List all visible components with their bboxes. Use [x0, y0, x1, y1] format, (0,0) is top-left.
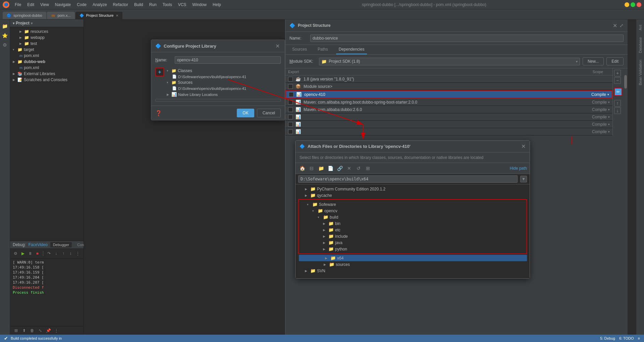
tree-item-test[interactable]: ▶ 📁 test	[10, 41, 84, 47]
debug-stop-btn[interactable]: ■	[35, 250, 41, 257]
deps-row-module[interactable]: 📦 Module source>	[285, 83, 612, 90]
dialog-scrollbar[interactable]	[155, 99, 281, 102]
attach-tree-sofeware[interactable]: ▾ 📁 Sofeware	[300, 201, 525, 208]
scope-dropdown-icon-opencv[interactable]: ▾	[607, 93, 609, 96]
sidebar-icon-structure[interactable]: ⚙	[1, 41, 9, 49]
menu-view[interactable]: View	[38, 2, 52, 8]
status-6-todo[interactable]: 6: TODO	[619, 336, 634, 340]
debug-more-btn[interactable]: ⋮	[75, 250, 81, 257]
menu-code[interactable]: Code	[74, 2, 89, 8]
attach-path-input[interactable]	[298, 175, 518, 183]
attach-tree-sources[interactable]: ▶ 📁 sources	[298, 261, 527, 268]
menu-edit[interactable]: Edit	[24, 2, 37, 8]
deps-add-button[interactable]: +	[614, 70, 621, 76]
cancel-button[interactable]: Cancel	[257, 109, 281, 117]
status-5-debug[interactable]: 5: Debug	[600, 336, 615, 340]
attach-tree-include[interactable]: ▶ 📁 include	[300, 233, 525, 239]
attach-home-btn[interactable]: 🏠	[298, 164, 306, 172]
lib-tree-sources-file[interactable]: 📄 D:\Sofeware\opencv\build\java\opencv-4…	[167, 86, 281, 91]
tab-paths[interactable]: Paths	[315, 45, 331, 54]
sdk-selector[interactable]: 📁 Project SDK (1.8) ▾	[319, 58, 580, 65]
lib-tree-classes-file[interactable]: 📄 D:\Sofeware\opencv\build\java\opencv-4…	[167, 74, 281, 79]
menu-help[interactable]: Help	[210, 2, 224, 8]
status-layout-icon[interactable]: ≡	[638, 336, 640, 340]
deps-check-opencv[interactable]	[289, 92, 293, 97]
attach-tree-qycache[interactable]: ▶ 📁 qycache	[298, 192, 527, 198]
debug-filter-btn[interactable]: ⊞	[13, 327, 19, 334]
attach-tree-pycharm[interactable]: ▶ 📁 PyCharm Community Edition 2020.1.2	[298, 186, 527, 192]
deps-scrollbar[interactable]	[624, 68, 628, 135]
menu-analyze[interactable]: Analyze	[90, 2, 110, 8]
help-icon[interactable]: ❓	[155, 110, 162, 116]
close-button[interactable]: ✕	[637, 2, 641, 7]
project-dropdown-icon[interactable]: ▾	[31, 21, 33, 25]
menu-build[interactable]: Build	[131, 2, 146, 8]
hide-path-button[interactable]: Hide path	[510, 166, 527, 171]
debug-layout-btn[interactable]: ⤡	[37, 327, 44, 334]
tree-item-dubbo-web[interactable]: ▶ 📁 dubbo-web	[10, 59, 84, 65]
menu-run[interactable]: Run	[147, 2, 159, 8]
right-sidebar-database[interactable]: Database	[637, 35, 644, 56]
menu-vcs[interactable]: VCS	[175, 2, 189, 8]
deps-check-java[interactable]	[288, 77, 293, 81]
attach-new-file-btn[interactable]: 📄	[326, 164, 334, 172]
attach-delete-btn[interactable]: ✕	[345, 164, 353, 172]
tree-item-resources[interactable]: ▶ 📁 resources	[10, 28, 84, 35]
deps-row-maven1[interactable]: 📊 Maven: com.alibaba.spring.boot:dubbo-s…	[285, 99, 612, 106]
attach-path-browse-btn[interactable]: ▼	[520, 176, 527, 182]
deps-row-maven2[interactable]: 📊 Maven: com.alibaba:dubbo:2.6.0 Compile…	[285, 106, 612, 113]
debug-settings-btn[interactable]: ⚙	[13, 250, 19, 257]
attach-copy-btn[interactable]: ⊞	[364, 164, 372, 172]
maximize-button[interactable]: □	[631, 2, 635, 7]
debug-clear-btn[interactable]: 🗑	[29, 327, 36, 334]
lib-tree-native[interactable]: ▶ 📊 Native Library Locations	[167, 91, 281, 98]
attach-tree-x64[interactable]: ▶ 📁 x64	[299, 255, 527, 261]
tree-item-external-libs[interactable]: ▶ 📚 External Libraries	[10, 71, 84, 77]
attach-refresh-btn[interactable]: 🔗	[336, 164, 344, 172]
scope-dropdown-icon-maven1[interactable]: ▾	[608, 101, 610, 104]
menu-file[interactable]: File	[12, 2, 24, 8]
deps-check-maven1[interactable]	[288, 100, 293, 105]
attach-tree-python[interactable]: ▶ 📁 python	[300, 246, 525, 252]
attach-tree-etc[interactable]: ▶ 📁 etc	[300, 227, 525, 233]
deps-check-extra2[interactable]	[288, 122, 293, 127]
module-name-input[interactable]	[310, 35, 624, 42]
deps-row-extra3[interactable]: 📊 Compile ▾	[285, 128, 612, 135]
tree-item-pomxml1[interactable]: m pom.xml	[10, 53, 84, 59]
scope-dropdown-icon-maven2[interactable]: ▾	[608, 108, 610, 111]
sdk-new-button[interactable]: New...	[583, 57, 604, 65]
debug-step-over-btn[interactable]: ↷	[46, 250, 52, 257]
minimize-button[interactable]: —	[625, 2, 629, 7]
debug-resume-btn[interactable]: ▶	[20, 250, 26, 257]
tab-ps-close[interactable]: ✕	[116, 14, 118, 17]
menu-refactor[interactable]: Refactor	[110, 2, 131, 8]
right-sidebar-bean[interactable]: Bean Validation	[637, 57, 644, 88]
deps-check-extra3[interactable]	[288, 129, 293, 134]
attach-tree-bin[interactable]: ▶ 📁 bin	[300, 220, 525, 227]
tree-item-webapp[interactable]: ▶ 📁 webapp	[10, 35, 84, 41]
debug-step-into-btn[interactable]: ↓	[53, 250, 59, 257]
deps-check-maven2[interactable]	[288, 107, 293, 112]
attach-tree-java[interactable]: ▶ 📁 java	[300, 239, 525, 246]
deps-down-button[interactable]: ↓	[614, 107, 621, 114]
ps-close-button[interactable]: ✕	[611, 22, 618, 29]
sidebar-icon-project[interactable]: 📁	[1, 22, 9, 30]
ok-button[interactable]: OK	[237, 109, 254, 117]
debug-step-out-btn[interactable]: ↑	[60, 250, 66, 257]
deps-row-extra1[interactable]: 📊 Compile ▾	[285, 113, 612, 121]
deps-up-button[interactable]: ↑	[614, 100, 621, 107]
deps-row-java[interactable]: ☕ 1.8 (java version "1.8.0_91")	[285, 75, 612, 83]
tree-item-pomxml2[interactable]: m pom.xml	[10, 65, 84, 71]
deps-check-module[interactable]	[288, 84, 293, 89]
attach-new-folder-btn[interactable]: 📁	[317, 164, 325, 172]
deps-row-opencv[interactable]: 📊 opencv-410 Compile ▾	[285, 90, 612, 99]
lib-tree-sources[interactable]: ▾ 📁 Sources	[167, 79, 281, 86]
dialog-close-button[interactable]: ✕	[274, 43, 281, 49]
attach-collapse-btn[interactable]: ⊟	[308, 164, 316, 172]
attach-reload-btn[interactable]: ↺	[355, 164, 363, 172]
attach-dialog-close[interactable]: ✕	[521, 143, 526, 150]
tree-item-target[interactable]: ▾ 📁 target	[10, 47, 84, 53]
add-library-button[interactable]: +	[155, 68, 164, 76]
right-sidebar-ant[interactable]: Ant	[637, 22, 644, 33]
tab-sources[interactable]: Sources	[289, 45, 310, 54]
